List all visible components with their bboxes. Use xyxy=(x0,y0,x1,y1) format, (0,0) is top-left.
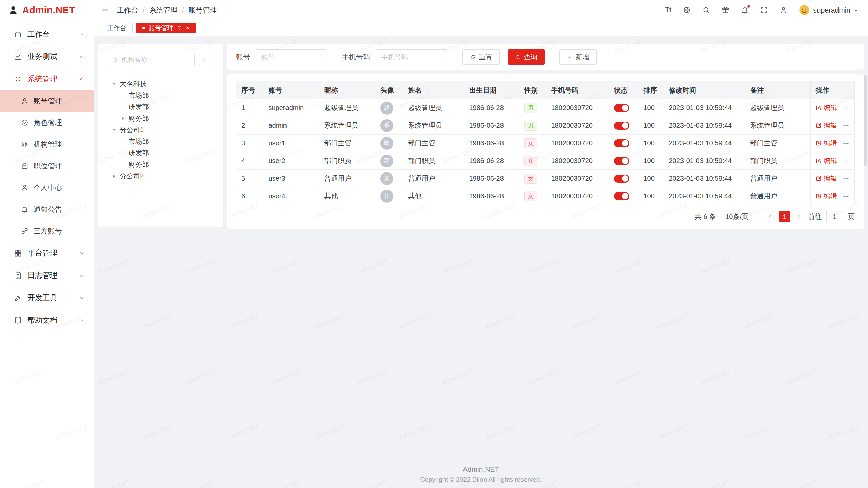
reset-button[interactable]: 重置 xyxy=(462,49,500,65)
sidebar-subitem-label: 机构管理 xyxy=(34,140,62,149)
org-more-button[interactable] xyxy=(199,54,213,66)
page-number-button[interactable]: 1 xyxy=(779,211,790,222)
status-toggle[interactable] xyxy=(614,122,629,130)
tree-node-4[interactable]: 财务部 xyxy=(108,113,213,124)
notification-icon[interactable] xyxy=(741,6,749,14)
scrollbar[interactable] xyxy=(864,75,867,166)
org-search-row xyxy=(108,53,213,67)
tab-close-icon[interactable] xyxy=(185,25,190,30)
gender-badge: 男 xyxy=(524,121,537,131)
prev-page-button[interactable] xyxy=(766,211,774,222)
sidebar-item-7[interactable]: 帮助文档 xyxy=(0,309,94,331)
breadcrumb-item-3[interactable]: 账号管理 xyxy=(189,5,217,15)
edit-label: 编辑 xyxy=(824,121,837,130)
cell-phone: 18020030720 xyxy=(546,99,609,117)
caret-placeholder xyxy=(120,104,126,110)
cell-phone: 18020030720 xyxy=(546,117,609,135)
tree-node-5[interactable]: 分公司1 xyxy=(108,124,213,136)
sidebar-subitem-2[interactable]: 角色管理 xyxy=(0,112,94,134)
sidebar-subitem-4[interactable]: 职位管理 xyxy=(0,155,94,177)
tree-node-3[interactable]: 研发部 xyxy=(108,101,213,113)
row-more-button[interactable] xyxy=(843,105,849,111)
chevron-down-icon xyxy=(854,8,859,13)
cell-remark: 普通用户 xyxy=(745,170,811,187)
tree-node-6[interactable]: 市场部 xyxy=(108,136,213,147)
menu-toggle-icon[interactable] xyxy=(101,6,109,14)
notification-badge xyxy=(747,5,750,8)
page-size-select[interactable]: 10条/页 xyxy=(721,210,761,223)
row-more-button[interactable] xyxy=(843,158,849,164)
cell-account: user1 xyxy=(263,135,319,152)
tab-active-dot xyxy=(142,27,145,29)
cell-nickname: 普通用户 xyxy=(319,170,375,187)
status-toggle[interactable] xyxy=(614,175,629,183)
sidebar-item-label: 开发工具 xyxy=(27,293,57,303)
sidebar-item-2[interactable]: 业务测试 xyxy=(0,45,94,68)
tree-node-1[interactable]: 大名科技 xyxy=(108,78,213,89)
cell-birth: 1986-06-28 xyxy=(464,117,519,135)
column-header-8: 手机号码 xyxy=(546,81,609,99)
breadcrumb-item-2[interactable]: 系统管理 xyxy=(149,5,178,15)
tree-node-8[interactable]: 财务部 xyxy=(108,159,213,170)
edit-button[interactable]: 编辑 xyxy=(816,174,837,183)
edit-label: 编辑 xyxy=(824,191,837,201)
search-button[interactable]: 查询 xyxy=(508,49,545,65)
row-more-button[interactable] xyxy=(843,175,849,182)
edit-button[interactable]: 编辑 xyxy=(816,103,837,113)
next-page-button[interactable] xyxy=(795,211,803,222)
user-menu[interactable]: superadmin xyxy=(799,5,859,16)
sidebar-subitem-1[interactable]: 账号管理 xyxy=(0,90,94,112)
column-header-4: 头像 xyxy=(375,81,403,99)
sidebar-item-3[interactable]: 系统管理 xyxy=(0,68,94,90)
tree-node-label: 财务部 xyxy=(129,160,149,169)
row-more-button[interactable] xyxy=(843,140,849,147)
user-icon[interactable] xyxy=(780,6,787,14)
account-input[interactable] xyxy=(256,49,327,64)
sidebar-item-6[interactable]: 开发工具 xyxy=(0,287,94,309)
breadcrumb-item-1[interactable]: 工作台 xyxy=(117,5,138,15)
edit-button[interactable]: 编辑 xyxy=(816,139,837,148)
edit-icon xyxy=(816,158,822,164)
column-header-11: 修改时间 xyxy=(664,81,745,99)
sidebar-subitem-6[interactable]: 通知公告 xyxy=(0,199,94,220)
cell-phone: 18020030720 xyxy=(546,135,609,152)
fullscreen-icon[interactable] xyxy=(760,6,768,14)
tab-refresh-icon[interactable] xyxy=(177,25,182,30)
tree-node-2[interactable]: 市场部 xyxy=(108,89,213,101)
tree-node-7[interactable]: 研发部 xyxy=(108,147,213,159)
status-toggle[interactable] xyxy=(614,192,629,200)
row-more-button[interactable] xyxy=(843,193,849,200)
org-search-input[interactable] xyxy=(121,56,190,64)
sidebar-item-1[interactable]: 工作台 xyxy=(0,23,94,45)
tree-node-9[interactable]: 分公司2 xyxy=(108,170,213,182)
gift-icon[interactable] xyxy=(722,6,729,14)
edit-button[interactable]: 编辑 xyxy=(816,191,837,201)
cell-nickname: 其他 xyxy=(319,187,375,205)
edit-button[interactable]: 编辑 xyxy=(816,121,837,130)
breadcrumb: 工作台/系统管理/账号管理 xyxy=(117,5,217,15)
status-toggle[interactable] xyxy=(614,104,629,112)
phone-input[interactable] xyxy=(376,49,447,64)
tab-2[interactable]: 账号管理 xyxy=(136,23,196,33)
sidebar-item-4[interactable]: 平台管理 xyxy=(0,242,94,264)
table-row-4: 4user2部门职员部部门职员1986-06-28女18020030720100… xyxy=(236,152,855,170)
log-icon xyxy=(14,271,22,280)
sidebar-subitem-3[interactable]: 机构管理 xyxy=(0,134,94,155)
sidebar-item-5[interactable]: 日志管理 xyxy=(0,264,94,287)
cell-gender: 女 xyxy=(519,170,546,187)
sidebar-subitem-7[interactable]: 三方账号 xyxy=(0,220,94,242)
row-more-button[interactable] xyxy=(843,122,849,129)
search-icon xyxy=(515,54,521,60)
font-size-icon[interactable]: Tt xyxy=(665,6,671,14)
search-icon[interactable] xyxy=(702,6,710,14)
locale-icon[interactable] xyxy=(683,6,691,14)
tab-1[interactable]: 工作台 xyxy=(101,23,133,33)
sidebar-subitem-5[interactable]: 个人中心 xyxy=(0,177,94,199)
status-toggle[interactable] xyxy=(614,157,629,165)
tree-node-label: 财务部 xyxy=(129,114,149,123)
goto-page-input[interactable] xyxy=(826,210,843,223)
brand[interactable]: Admin.NET xyxy=(0,0,94,20)
edit-button[interactable]: 编辑 xyxy=(816,156,837,165)
status-toggle[interactable] xyxy=(614,139,629,147)
add-button[interactable]: 新增 xyxy=(559,49,597,65)
